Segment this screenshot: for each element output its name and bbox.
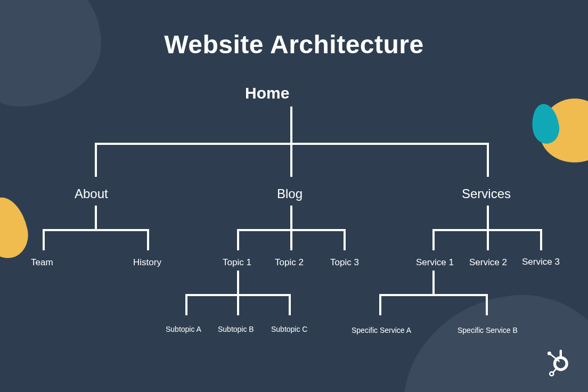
connector (487, 143, 489, 177)
node-service-2: Service 2 (469, 257, 507, 268)
connector (147, 229, 149, 250)
node-topic-1: Topic 1 (223, 257, 251, 268)
node-team: Team (31, 257, 53, 268)
node-service-3: Service 3 (522, 257, 560, 267)
connector (540, 229, 542, 250)
connector (432, 271, 435, 294)
diagram-title: Website Architecture (0, 30, 588, 59)
node-subtopic-b: Subtopic B (218, 325, 254, 333)
node-subtopic-c: Subtopic C (271, 325, 307, 333)
connector (237, 294, 239, 315)
node-home: Home (245, 84, 289, 102)
connector (43, 229, 45, 250)
connector (290, 107, 292, 143)
connector (487, 206, 489, 229)
node-history: History (133, 257, 161, 268)
node-subtopic-a: Subtopic A (166, 325, 201, 333)
connector (290, 229, 292, 250)
blob-left-yellow (0, 193, 32, 262)
svg-point-5 (550, 372, 553, 375)
connector (487, 229, 489, 250)
connector (344, 229, 346, 250)
connector (379, 294, 488, 296)
connector (237, 271, 239, 294)
node-topic-3: Topic 3 (330, 257, 359, 268)
connector (432, 229, 435, 250)
node-services: Services (462, 186, 511, 201)
node-specific-service-a: Specific Service A (352, 326, 411, 334)
connector (95, 143, 97, 177)
connector (290, 206, 292, 229)
node-about: About (75, 186, 108, 201)
connector (237, 229, 239, 250)
connector (185, 294, 187, 315)
node-blog: Blog (277, 186, 303, 201)
hubspot-sprocket-icon (543, 347, 573, 377)
connector (290, 143, 292, 177)
connector (486, 294, 488, 315)
connector (95, 206, 97, 229)
connector (379, 294, 381, 315)
connector (43, 229, 149, 231)
node-specific-service-b: Specific Service B (458, 326, 518, 334)
node-service-1: Service 1 (416, 257, 454, 268)
node-topic-2: Topic 2 (275, 257, 304, 268)
connector (289, 294, 291, 315)
